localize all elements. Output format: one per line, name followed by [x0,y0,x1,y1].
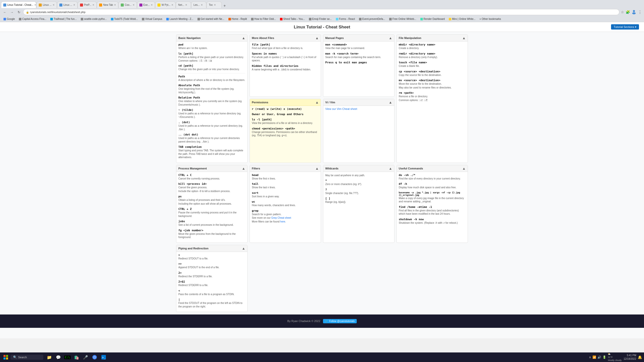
address-bar[interactable]: 🔒 ryanstutorials.net/linuxtutorial/cheat… [23,9,619,15]
basic-navigation-body: pwd Where am I in the system. ls [path] … [176,41,247,163]
bookmark-google[interactable]: Google [2,17,16,21]
tab-8[interactable]: Net... ✕ [176,2,191,8]
bookmark-forms-react[interactable]: Forms - React [334,17,356,21]
bookmark-favicon [197,18,200,20]
collapse-icon[interactable]: ▲ [462,36,466,40]
bookmark-filter[interactable]: How to Filter Odd... [250,17,277,21]
bookmark-get-started[interactable]: Get started with Ne... [196,17,226,21]
filters-here-link[interactable]: here [280,220,285,223]
collapse-icon[interactable]: ▲ [389,100,392,104]
cmd-mv: mv <source> <destination> Move the sourc… [399,79,466,89]
tab-close-icon[interactable]: ✕ [185,4,187,6]
menu-icon[interactable]: ⋮ [638,10,642,15]
page-title: Linux Tutorial - Cheat Sheet [294,25,350,29]
bookmark-favicon [50,18,53,20]
bookmark-render[interactable]: Render Dashboard [419,17,447,21]
tab-6[interactable]: Exe... ✕ [137,2,155,8]
collapse-icon[interactable]: ▲ [315,100,319,104]
tab-close-icon[interactable]: ✕ [92,4,94,6]
collapse-icon[interactable]: ▲ [389,166,392,170]
footer-twitter-btn[interactable]: 🐦 Follow @ryanstutorials [323,319,356,323]
tab-close-icon[interactable]: ✕ [133,4,135,6]
svg-point-1 [632,12,636,14]
cmd-ls-l: ls -l [path] View the permissions of a f… [252,118,319,125]
tab-7[interactable]: W Pyt... ✕ [155,2,176,8]
profile-icon[interactable] [631,9,636,15]
bookmark-launch-meeting[interactable]: Launch Meeting - Z... [165,17,195,21]
cmd-dot: . (dot) Used in paths as a reference to … [178,121,245,131]
bookmark-trailhead[interactable]: Trailhead | The fun... [49,17,78,21]
cmd-man-q: Press q to exit man pages [325,61,392,64]
forward-button[interactable]: → [9,9,15,15]
bookmark-seattle[interactable]: seattle-code-pytho... [79,17,108,21]
process-management-title: Process Management [178,167,207,170]
cmd-wc: wc How many words, characters and lines. [252,200,319,207]
cmd-ctrl-c: CTRL + C Cancel the currently running pr… [178,173,245,180]
collapse-icon[interactable]: ▲ [315,166,319,170]
cmd-append-stdout: >> Append STDOUT to the end of a file. [178,262,245,269]
bookmark-todd[interactable]: Todd75 (Todd Wold... [109,17,139,21]
bookmark-emoji[interactable]: Emoji Finder se... [307,17,333,21]
collapse-icon[interactable]: ▲ [462,166,466,170]
twitter-btn-label: Follow @ryanstutorials [329,320,354,323]
bookmarks-bar: Google Capital Access Fina... Trailhead … [0,16,644,22]
tab-4[interactable]: New Tab ✕ [97,2,118,8]
more-about-files-header: More About Files ▲ [250,35,321,41]
basic-navigation-header: Basic Navigation ▲ [176,35,247,41]
bookmark-virtual-campus[interactable]: Virtual Campus [140,17,164,21]
grep-cheat-sheet-link[interactable]: Grep Cheat sheet [271,216,291,219]
cmd-star: * Zero or more characters (eg. b*). [325,179,392,186]
bookmark-miro[interactable]: Miro | Online White... [447,17,477,21]
cmd-cd: cd [path] Change into the given path or … [178,64,245,71]
cmd-vim-link: View our Vim Cheat sheet [325,107,392,110]
collapse-icon[interactable]: ▲ [242,36,245,40]
tab-1[interactable]: Linux ... ✕ [36,2,57,8]
manual-pages-title: Manual Pages [325,36,344,39]
tab-active[interactable]: Linux Tutorial - Cheat... ✕ [1,2,36,8]
collapse-icon[interactable]: ▲ [242,166,245,170]
piping-redirection-card: Piping and Redirection ▲ > Redirect STDO… [176,245,248,312]
tab-bar: Linux Tutorial - Cheat... ✕ Linux ... ✕ … [0,0,644,8]
tab-close-icon[interactable]: ✕ [214,4,216,6]
bookmark-favicon [4,18,6,20]
tab-close-icon[interactable]: ✕ [114,4,116,6]
tab-3[interactable]: PreP... ✕ [78,2,97,8]
cmd-sort: sort Sort lines in a given way. [252,191,319,198]
bookmark-whiteboard[interactable]: Free Online Whiteb... [388,17,418,21]
bookmark-event[interactable]: Event.preventDefa... [357,17,387,21]
collapse-icon[interactable]: ▲ [315,36,319,40]
new-tab-btn[interactable]: + [222,4,227,8]
bookmark-favicon [228,18,231,20]
tab-2[interactable]: Linux ... ✕ [57,2,77,8]
tab-close-icon[interactable]: ✕ [151,4,153,6]
extensions-icon[interactable]: 🧩 [626,10,630,14]
svg-point-0 [633,10,635,12]
tutorial-sections-button[interactable]: Tutorial Sections ▾ [611,24,639,30]
tab-close-icon[interactable]: ✕ [171,4,173,6]
collapse-icon[interactable]: ▲ [389,36,392,40]
cmd-tilde: ~ (tilde) Used in paths as a reference t… [178,108,245,119]
manual-pages-header: Manual Pages ▲ [323,35,394,41]
tab-close-icon[interactable]: ✕ [73,4,75,6]
page-content: Linux Tutorial - Cheat Sheet Tutorial Se… [0,22,644,338]
bookmark-capital[interactable]: Capital Access Fina... [17,17,48,21]
footer-copyright: By Ryan Chadwick © 2022 [287,320,320,323]
tab-10[interactable]: Toc ✕ [207,2,222,8]
bookmark-star-icon[interactable]: ☆ [621,10,624,14]
bookmark-other[interactable]: » Other bookmarks [478,17,502,21]
bookmark-shred[interactable]: Shred Talks - You... [278,17,306,21]
vim-cheat-sheet-link[interactable]: View our Vim Cheat sheet [325,107,357,110]
cmd-tab-completion: TAB completion Start typing and press TA… [178,145,245,159]
cmd-fg: fg <job number> Move the given process f… [178,229,245,239]
tab-close-icon[interactable]: ✕ [201,4,203,6]
cmd-redirect-stderr2: 2>&1 Redirect STDERR to a file. [178,280,245,287]
tab-5[interactable]: Coo... ✕ [118,2,137,8]
tab-close-icon[interactable]: ✕ [53,4,55,6]
collapse-icon[interactable]: ▲ [242,246,245,250]
tab-close-icon[interactable]: ✕ [34,4,36,6]
filters-header: Filters ▲ [250,165,321,172]
back-button[interactable]: ← [2,9,8,15]
reload-button[interactable]: ↻ [16,9,22,15]
bookmark-replit[interactable]: Home - Replit [227,17,249,21]
tab-9[interactable]: Les... ✕ [191,2,206,8]
